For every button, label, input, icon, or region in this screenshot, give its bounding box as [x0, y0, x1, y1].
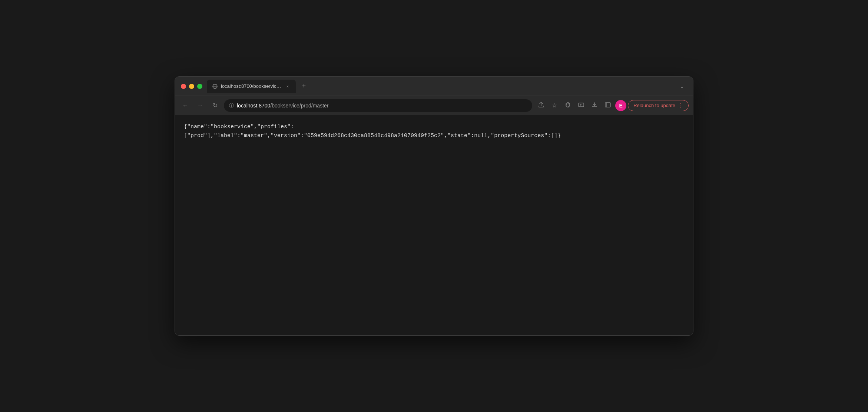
forward-icon: → — [197, 102, 203, 109]
back-icon: ← — [182, 102, 188, 109]
maximize-button[interactable] — [197, 84, 202, 89]
forward-button[interactable]: → — [194, 100, 206, 112]
media-button[interactable] — [575, 100, 587, 112]
relaunch-label: Relaunch to update — [633, 103, 675, 108]
close-button[interactable] — [181, 84, 186, 89]
json-line-2: ["prod"],"label":"master","version":"059… — [184, 133, 561, 139]
tab-favicon — [212, 83, 218, 89]
content-area: {"name":"bookservice","profiles": ["prod… — [175, 115, 693, 335]
sidebar-button[interactable] — [602, 100, 614, 112]
new-tab-button[interactable]: + — [299, 81, 309, 92]
tab-bar: localhost:8700/bookservice/p × + ⌄ — [207, 80, 687, 93]
address-path: /bookservice/prod/master — [270, 103, 328, 109]
active-tab[interactable]: localhost:8700/bookservice/p × — [207, 80, 296, 93]
json-response: {"name":"bookservice","profiles": ["prod… — [184, 123, 684, 140]
profile-avatar[interactable]: E — [615, 100, 626, 111]
sidebar-icon — [605, 102, 611, 109]
address-text: localhost:8700/bookservice/prod/master — [237, 103, 527, 109]
relaunch-more-icon: ⋮ — [677, 102, 683, 109]
extensions-button[interactable] — [562, 100, 574, 112]
tab-bar-end: ⌄ — [677, 81, 687, 92]
title-bar: localhost:8700/bookservice/p × + ⌄ — [175, 77, 693, 96]
download-icon — [592, 102, 597, 109]
nav-bar: ← → ↻ ⓘ localhost:8700/bookservice/prod/… — [175, 96, 693, 115]
json-line-1: {"name":"bookservice","profiles": — [184, 124, 294, 130]
bookmark-icon: ☆ — [552, 102, 557, 109]
svg-rect-4 — [605, 103, 610, 107]
back-button[interactable]: ← — [179, 100, 191, 112]
minimize-button[interactable] — [189, 84, 194, 89]
share-button[interactable] — [535, 100, 547, 112]
relaunch-button[interactable]: Relaunch to update ⋮ — [628, 100, 689, 111]
reload-button[interactable]: ↻ — [209, 100, 221, 112]
tabs-menu-button[interactable]: ⌄ — [677, 81, 687, 92]
extensions-icon — [565, 102, 571, 109]
reload-icon: ↻ — [213, 102, 218, 109]
nav-actions: ☆ — [535, 100, 689, 112]
tab-close-button[interactable]: × — [285, 83, 291, 89]
address-bar[interactable]: ⓘ localhost:8700/bookservice/prod/master — [224, 99, 532, 112]
media-icon — [578, 102, 584, 109]
traffic-lights — [181, 84, 202, 89]
security-icon: ⓘ — [229, 102, 234, 109]
bookmark-button[interactable]: ☆ — [549, 100, 560, 112]
address-host: localhost:8700 — [237, 103, 270, 109]
share-icon — [538, 102, 544, 109]
browser-window: localhost:8700/bookservice/p × + ⌄ ← → ↻… — [175, 76, 693, 336]
download-button[interactable] — [589, 100, 600, 112]
tab-title: localhost:8700/bookservice/p — [221, 83, 282, 89]
